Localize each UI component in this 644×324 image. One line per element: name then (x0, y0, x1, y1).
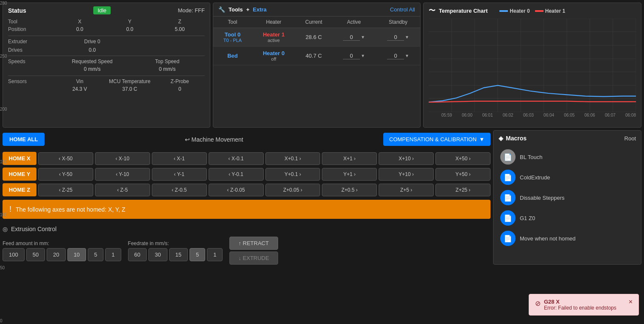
y-plus-50[interactable]: Y+50 › (435, 168, 491, 181)
macros-panel: ◈ Macros Root 📄 BL Touch 📄 ColdExtrude 📄… (493, 130, 641, 265)
extrude-button[interactable]: ↓ EXTRUDE (229, 251, 278, 265)
feed-50[interactable]: 50 (26, 248, 45, 261)
heater0-active-input[interactable] (343, 53, 360, 59)
feed-amount-group: Feed amount in mm: 100 50 20 10 5 1 (3, 240, 121, 261)
z-plus-05[interactable]: Z+0.5 › (322, 184, 377, 196)
z-minus-05[interactable]: ‹ Z-0.5 (152, 184, 207, 196)
y-header: Y (105, 19, 155, 25)
drives-label: Drives (8, 47, 55, 53)
z-plus-25[interactable]: Z+25 › (435, 184, 491, 196)
y-minus-50[interactable]: ‹ Y-50 (38, 168, 93, 181)
tool0-name[interactable]: Tool 0 (217, 31, 248, 38)
tool-z: 5.00 (155, 26, 205, 32)
z-plus-005[interactable]: Z+0.05 › (265, 184, 321, 196)
x-minus-10[interactable]: ‹ X-10 (95, 152, 150, 165)
macro-item[interactable]: 📄 BL Touch (499, 147, 636, 167)
compensation-label: COMPENSATION & CALIBRATION (389, 136, 477, 142)
macro-name-coldextrude: ColdExtrude (520, 174, 550, 181)
z-minus-5[interactable]: ‹ Z-5 (95, 184, 150, 196)
z-minus-005[interactable]: ‹ Z-0.05 (209, 184, 264, 196)
z-minus-25[interactable]: ‹ Z-25 (38, 184, 93, 196)
feedrate-1[interactable]: 1 (207, 248, 223, 261)
legend-heater1-label: Heater 1 (545, 8, 565, 14)
compensation-button[interactable]: COMPENSATION & CALIBRATION ▼ (383, 133, 491, 146)
z-probe-label: Z-Probe (155, 78, 205, 84)
x-minus-01[interactable]: ‹ X-0.1 (209, 152, 264, 165)
retract-extrude-group: ↑ RETRACT ↓ EXTRUDE (229, 237, 278, 265)
x-axis: 05:5906:0006:0106:0206:0306:0406:0506:06… (429, 113, 636, 117)
control-all-link[interactable]: Control All (390, 6, 415, 13)
feedrate-60[interactable]: 60 (128, 248, 147, 261)
feedrate-15[interactable]: 15 (169, 248, 188, 261)
bed-name[interactable]: Bed (217, 53, 248, 59)
mcu-temp-label: MCU Temperature (105, 78, 155, 84)
y-plus-10[interactable]: Y+10 › (379, 168, 434, 181)
y-minus-1[interactable]: ‹ Y-1 (152, 168, 207, 181)
feedrate-buttons: 60 30 15 5 1 (128, 248, 223, 261)
col-standby: Standby (376, 17, 420, 28)
z-plus-5[interactable]: Z+5 › (379, 184, 434, 196)
heater0-sub: off (255, 56, 292, 61)
feed-1[interactable]: 1 (105, 248, 121, 261)
extrusion-title-text: Extrusion Control (11, 226, 56, 232)
error-toast: ⊘ G28 X Error: Failed to enable endstops… (529, 294, 639, 316)
y-plus-1[interactable]: Y+1 › (322, 168, 377, 181)
macro-item[interactable]: 📄 ColdExtrude (499, 167, 636, 187)
x-plus-50[interactable]: X+50 › (435, 152, 491, 165)
toast-title: G28 X (544, 299, 616, 305)
heater0-name: Heater 0 (255, 50, 292, 56)
mode-label: Mode: FFF (178, 7, 205, 14)
extra-link[interactable]: Extra (253, 6, 267, 13)
y-axis: 280250200150100500 (0, 0, 12, 324)
mcu-temp-val: 37.0 C (105, 86, 155, 92)
macro-name-move-not-homed: Move when not homed (520, 235, 576, 242)
macro-item[interactable]: 📄 Move when not homed (499, 228, 636, 249)
x-axis-row: HOME X ‹ X-50 ‹ X-10 ‹ X-1 ‹ X-0.1 X+0.1… (3, 152, 491, 165)
top-speed-label: Top Speed (130, 59, 205, 64)
heater0-standby-dropdown[interactable]: ▼ (405, 53, 409, 58)
x-minus-1[interactable]: ‹ X-1 (152, 152, 207, 165)
x-plus-1[interactable]: X+1 › (322, 152, 377, 165)
table-row: Tool 0 T0 - PLA Heater 1 active 28.6 C ▼ (213, 28, 420, 47)
y-minus-01[interactable]: ‹ Y-0.1 (209, 168, 264, 181)
macro-name-dissable-steppers: Dissable Steppers (520, 195, 565, 201)
toast-close-button[interactable]: × (629, 299, 633, 305)
heater1-active-input[interactable] (343, 34, 360, 41)
table-row: Bed Heater 0 off 40.7 C ▼ (213, 47, 420, 65)
feed-10[interactable]: 10 (67, 248, 86, 261)
y-plus-01[interactable]: Y+0.1 › (265, 168, 321, 181)
heater1-active-dropdown[interactable]: ▼ (361, 35, 365, 39)
error-icon: ⊘ (535, 299, 541, 307)
feed-20[interactable]: 20 (47, 248, 65, 261)
macro-item[interactable]: 📄 Dissable Steppers (499, 187, 636, 208)
retract-button[interactable]: ↑ RETRACT (229, 237, 278, 250)
drive-val: 0.0 (55, 47, 130, 53)
z-header: Z (155, 19, 205, 25)
heater1-name: Heater 1 (255, 31, 292, 38)
x-minus-50[interactable]: ‹ X-50 (38, 152, 93, 165)
heater1-standby-input[interactable] (387, 34, 404, 41)
heater0-standby-input[interactable] (387, 53, 404, 59)
y-minus-10[interactable]: ‹ Y-10 (95, 168, 150, 181)
document-icon: 📄 (504, 214, 512, 222)
macro-icon-dissable-steppers: 📄 (500, 190, 516, 205)
macro-icon-coldextrude: 📄 (500, 170, 516, 185)
feedrate-5[interactable]: 5 (190, 248, 205, 261)
heater0-active-dropdown[interactable]: ▼ (361, 53, 365, 58)
tool-y: 0.0 (105, 26, 155, 32)
document-icon: 📄 (504, 235, 512, 243)
movement-section: HOME ALL ↩ Machine Movement COMPENSATION… (3, 130, 491, 265)
drive-label: Drive 0 (55, 39, 130, 45)
x-plus-01[interactable]: X+0.1 › (265, 152, 321, 165)
document-icon: 📄 (504, 194, 512, 202)
legend-heater0-color (499, 10, 508, 12)
requested-speed-label: Requested Speed (55, 59, 130, 64)
x-plus-10[interactable]: X+10 › (379, 152, 434, 165)
feedrate-label: Feedrate in mm/s: (128, 240, 223, 246)
legend-heater1-color (535, 10, 544, 12)
chart-title: Temperature Chart (439, 8, 488, 14)
feed-5[interactable]: 5 (88, 248, 103, 261)
feedrate-30[interactable]: 30 (148, 248, 167, 261)
heater1-standby-dropdown[interactable]: ▼ (405, 35, 409, 39)
macro-item[interactable]: 📄 G1 Z0 (499, 208, 636, 228)
